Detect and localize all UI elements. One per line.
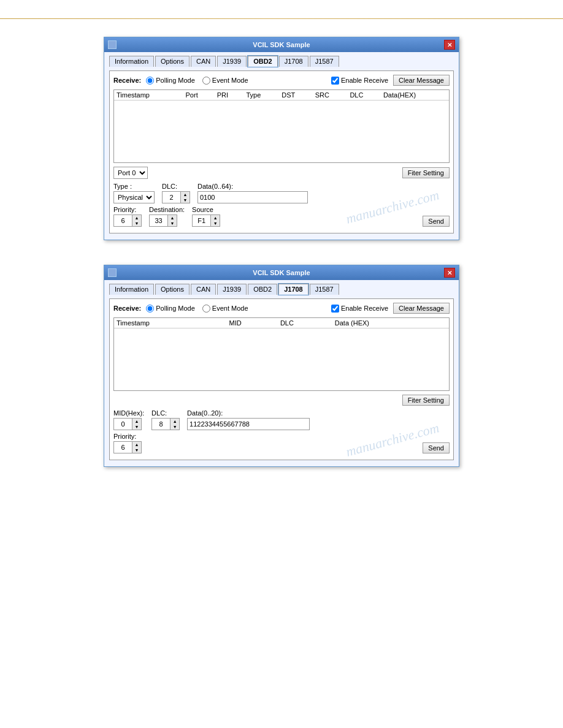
col-src-1: SRC: [313, 90, 348, 100]
dialog-1-titlebar[interactable]: VCIL SDK Sample ✕: [104, 37, 459, 52]
tab-j1708-1[interactable]: J1708: [279, 56, 308, 67]
mid-spinner-2: 0 ▲ ▼: [113, 418, 144, 430]
source-up-button-1[interactable]: ▲: [211, 215, 220, 221]
destination-spinner-buttons-1: ▲ ▼: [167, 214, 177, 227]
tab-can-2[interactable]: CAN: [191, 284, 216, 295]
send-button-2[interactable]: Send: [423, 442, 450, 453]
priority-field-2: Priority: 6 ▲ ▼: [113, 433, 142, 453]
priority-input-1[interactable]: 6: [113, 214, 132, 227]
event-mode-input-1[interactable]: [202, 77, 210, 85]
dialog-2-tabs: Information Options CAN J1939 OBD2 J1708…: [109, 284, 454, 295]
dialog-1-body: Information Options CAN J1939 OBD2 J1708…: [104, 52, 459, 240]
filter-setting-button-1[interactable]: Fiter Setting: [402, 167, 450, 178]
polling-mode-input-2[interactable]: [146, 305, 154, 313]
mid-dlc-data-row-2: MID(Hex): 0 ▲ ▼ DLC: 8: [113, 409, 450, 430]
dialog-1-tab-content: Receive: Polling Mode Event Mode: [109, 70, 454, 233]
enable-receive-input-1[interactable]: [331, 77, 339, 85]
receive-row-2: Receive: Polling Mode Event Mode: [113, 303, 450, 314]
tab-information-1[interactable]: Information: [109, 56, 154, 67]
tab-options-2[interactable]: Options: [155, 284, 190, 295]
priority-up-button-1[interactable]: ▲: [132, 215, 141, 221]
dlc-down-button-1[interactable]: ▼: [181, 197, 190, 203]
port-select-1[interactable]: Port 0: [113, 167, 148, 179]
dlc-up-button-2[interactable]: ▲: [170, 419, 179, 424]
receive-label-2: Receive:: [113, 305, 141, 312]
clear-message-button-2[interactable]: Clear Message: [393, 303, 450, 314]
priority-up-button-2[interactable]: ▲: [132, 442, 141, 447]
polling-mode-radio-1[interactable]: Polling Mode: [146, 77, 195, 85]
type-label-1: Type :: [113, 183, 155, 190]
filter-row-2: Fiter Setting: [113, 395, 450, 406]
dialog-2-title: VCIL SDK Sample: [119, 269, 444, 276]
receive-radio-group-2: Polling Mode Event Mode: [146, 305, 248, 313]
event-mode-radio-2[interactable]: Event Mode: [202, 305, 248, 313]
tab-j1587-1[interactable]: J1587: [310, 56, 339, 67]
tab-information-2[interactable]: Information: [109, 284, 154, 295]
priority-spinner-2: 6 ▲ ▼: [113, 441, 142, 453]
dialog-2-icon: [108, 268, 117, 277]
tab-obd2-2[interactable]: OBD2: [248, 284, 277, 295]
tab-j1708-2[interactable]: J1708: [278, 284, 308, 295]
dlc-label-1: DLC:: [162, 183, 190, 190]
dialog-1-title: VCIL SDK Sample: [119, 41, 444, 48]
col-data-hex-2: Data (HEX): [332, 318, 449, 328]
col-type-1: Type: [243, 90, 279, 100]
event-mode-radio-1[interactable]: Event Mode: [202, 77, 248, 85]
data-field-1: Data(0..64): 0100: [197, 183, 308, 203]
clear-message-button-1[interactable]: Clear Message: [393, 75, 450, 86]
source-spinner-buttons-1: ▲ ▼: [210, 214, 220, 227]
dlc-field-2: DLC: 8 ▲ ▼: [151, 409, 180, 430]
dialog-1-close-button[interactable]: ✕: [444, 40, 455, 50]
enable-receive-checkbox-2[interactable]: Enable Receive: [331, 305, 388, 313]
dlc-up-button-1[interactable]: ▲: [181, 192, 190, 197]
dialog-2-titlebar[interactable]: VCIL SDK Sample ✕: [104, 265, 459, 280]
mid-down-button-2[interactable]: ▼: [132, 424, 141, 430]
dialog-1: VCIL SDK Sample ✕ Information Options CA…: [104, 37, 459, 240]
mid-input-2[interactable]: 0: [113, 418, 132, 430]
tab-j1587-2[interactable]: J1587: [310, 284, 339, 295]
type-field-1: Type : Physical: [113, 183, 155, 203]
destination-input-1[interactable]: 33: [149, 214, 167, 227]
data-input-1[interactable]: 0100: [197, 191, 308, 203]
mid-up-button-2[interactable]: ▲: [132, 419, 141, 424]
filter-setting-button-2[interactable]: Fiter Setting: [402, 395, 450, 406]
destination-down-button-1[interactable]: ▼: [168, 221, 177, 226]
source-down-button-1[interactable]: ▼: [211, 221, 220, 226]
data-input-2[interactable]: 1122334455667788: [187, 418, 310, 430]
tab-obd2-1[interactable]: OBD2: [248, 56, 278, 67]
dialog-1-icon: [108, 40, 117, 49]
enable-receive-input-2[interactable]: [331, 305, 339, 313]
event-mode-input-2[interactable]: [202, 305, 210, 313]
dlc-down-button-2[interactable]: ▼: [170, 424, 179, 430]
tab-j1939-1[interactable]: J1939: [217, 56, 247, 67]
dialog-2-close-button[interactable]: ✕: [444, 268, 455, 278]
prio-dest-src-row-1: Priority: 6 ▲ ▼ Destination: 33: [113, 206, 450, 227]
source-field-1: Source F1 ▲ ▼: [192, 206, 220, 227]
destination-up-button-1[interactable]: ▲: [168, 215, 177, 221]
priority-input-2[interactable]: 6: [113, 441, 132, 453]
dlc-label-2: DLC:: [151, 409, 180, 417]
dlc-input-1[interactable]: 2: [162, 191, 180, 203]
col-timestamp-2: Timestamp: [114, 318, 227, 328]
top-divider: [0, 18, 563, 19]
tab-options-1[interactable]: Options: [155, 56, 190, 67]
priority-down-button-1[interactable]: ▼: [132, 221, 141, 226]
tab-can-1[interactable]: CAN: [191, 56, 216, 67]
send-button-1[interactable]: Send: [423, 216, 450, 227]
col-data-hex-1: Data(HEX): [381, 90, 449, 100]
dialog-2: VCIL SDK Sample ✕ Information Options CA…: [104, 265, 459, 467]
enable-receive-checkbox-1[interactable]: Enable Receive: [331, 77, 388, 85]
polling-mode-radio-2[interactable]: Polling Mode: [146, 305, 195, 313]
port-row-1: Port 0 Fiter Setting: [113, 167, 450, 179]
dlc-input-2[interactable]: 8: [151, 418, 170, 430]
type-select-1[interactable]: Physical: [113, 191, 155, 203]
dlc-spinner-2: 8 ▲ ▼: [151, 418, 180, 430]
tab-j1939-2[interactable]: J1939: [217, 284, 247, 295]
receive-label-1: Receive:: [113, 77, 141, 84]
polling-mode-input-1[interactable]: [146, 77, 154, 85]
col-dlc-2: DLC: [278, 318, 332, 328]
priority-down-button-2[interactable]: ▼: [132, 447, 141, 453]
dlc-spinner-1: 2 ▲ ▼: [162, 191, 190, 203]
source-input-1[interactable]: F1: [192, 214, 210, 227]
priority-spinner-buttons-2: ▲ ▼: [132, 441, 142, 453]
